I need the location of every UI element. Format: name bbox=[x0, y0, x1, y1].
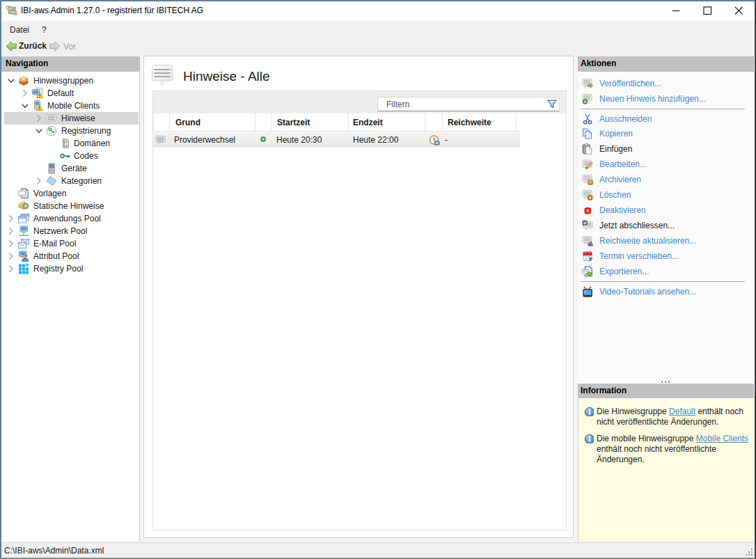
svg-text:17: 17 bbox=[585, 255, 590, 260]
